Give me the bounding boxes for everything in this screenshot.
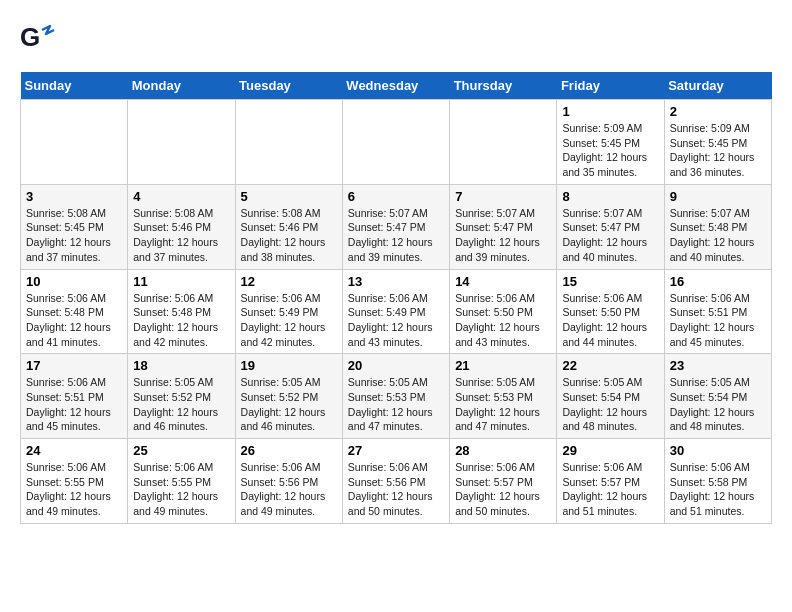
day-number: 20 [348,358,444,373]
day-number: 1 [562,104,658,119]
day-info: Sunrise: 5:06 AM Sunset: 5:48 PM Dayligh… [26,291,122,350]
day-info: Sunrise: 5:07 AM Sunset: 5:47 PM Dayligh… [562,206,658,265]
day-info: Sunrise: 5:06 AM Sunset: 5:57 PM Dayligh… [455,460,551,519]
day-info: Sunrise: 5:05 AM Sunset: 5:54 PM Dayligh… [670,375,766,434]
day-number: 18 [133,358,229,373]
calendar-week-2: 3Sunrise: 5:08 AM Sunset: 5:45 PM Daylig… [21,184,772,269]
calendar-cell: 7Sunrise: 5:07 AM Sunset: 5:47 PM Daylig… [450,184,557,269]
day-number: 17 [26,358,122,373]
day-info: Sunrise: 5:05 AM Sunset: 5:52 PM Dayligh… [133,375,229,434]
column-header-sunday: Sunday [21,72,128,100]
day-number: 14 [455,274,551,289]
day-number: 6 [348,189,444,204]
calendar-cell: 8Sunrise: 5:07 AM Sunset: 5:47 PM Daylig… [557,184,664,269]
calendar-cell: 11Sunrise: 5:06 AM Sunset: 5:48 PM Dayli… [128,269,235,354]
calendar-cell: 12Sunrise: 5:06 AM Sunset: 5:49 PM Dayli… [235,269,342,354]
calendar-cell: 10Sunrise: 5:06 AM Sunset: 5:48 PM Dayli… [21,269,128,354]
day-info: Sunrise: 5:06 AM Sunset: 5:50 PM Dayligh… [562,291,658,350]
day-number: 29 [562,443,658,458]
day-info: Sunrise: 5:05 AM Sunset: 5:53 PM Dayligh… [348,375,444,434]
calendar-cell [128,100,235,185]
calendar-cell: 18Sunrise: 5:05 AM Sunset: 5:52 PM Dayli… [128,354,235,439]
day-number: 12 [241,274,337,289]
calendar-cell: 5Sunrise: 5:08 AM Sunset: 5:46 PM Daylig… [235,184,342,269]
day-number: 15 [562,274,658,289]
calendar-cell: 14Sunrise: 5:06 AM Sunset: 5:50 PM Dayli… [450,269,557,354]
day-number: 13 [348,274,444,289]
day-number: 11 [133,274,229,289]
calendar-table: SundayMondayTuesdayWednesdayThursdayFrid… [20,72,772,524]
day-info: Sunrise: 5:06 AM Sunset: 5:56 PM Dayligh… [348,460,444,519]
column-header-wednesday: Wednesday [342,72,449,100]
calendar-cell: 20Sunrise: 5:05 AM Sunset: 5:53 PM Dayli… [342,354,449,439]
calendar-cell: 19Sunrise: 5:05 AM Sunset: 5:52 PM Dayli… [235,354,342,439]
day-number: 10 [26,274,122,289]
calendar-week-4: 17Sunrise: 5:06 AM Sunset: 5:51 PM Dayli… [21,354,772,439]
day-number: 30 [670,443,766,458]
calendar-header-row: SundayMondayTuesdayWednesdayThursdayFrid… [21,72,772,100]
day-number: 24 [26,443,122,458]
logo-icon: G [20,20,56,56]
day-number: 2 [670,104,766,119]
day-info: Sunrise: 5:06 AM Sunset: 5:51 PM Dayligh… [670,291,766,350]
day-info: Sunrise: 5:06 AM Sunset: 5:55 PM Dayligh… [26,460,122,519]
calendar-cell [450,100,557,185]
day-info: Sunrise: 5:06 AM Sunset: 5:50 PM Dayligh… [455,291,551,350]
day-number: 4 [133,189,229,204]
day-info: Sunrise: 5:05 AM Sunset: 5:52 PM Dayligh… [241,375,337,434]
column-header-thursday: Thursday [450,72,557,100]
calendar-cell: 15Sunrise: 5:06 AM Sunset: 5:50 PM Dayli… [557,269,664,354]
day-number: 19 [241,358,337,373]
calendar-cell: 6Sunrise: 5:07 AM Sunset: 5:47 PM Daylig… [342,184,449,269]
day-info: Sunrise: 5:06 AM Sunset: 5:55 PM Dayligh… [133,460,229,519]
day-number: 5 [241,189,337,204]
calendar-week-5: 24Sunrise: 5:06 AM Sunset: 5:55 PM Dayli… [21,439,772,524]
day-info: Sunrise: 5:07 AM Sunset: 5:48 PM Dayligh… [670,206,766,265]
calendar-cell: 17Sunrise: 5:06 AM Sunset: 5:51 PM Dayli… [21,354,128,439]
day-info: Sunrise: 5:07 AM Sunset: 5:47 PM Dayligh… [348,206,444,265]
day-info: Sunrise: 5:05 AM Sunset: 5:54 PM Dayligh… [562,375,658,434]
calendar-cell: 3Sunrise: 5:08 AM Sunset: 5:45 PM Daylig… [21,184,128,269]
day-info: Sunrise: 5:06 AM Sunset: 5:49 PM Dayligh… [241,291,337,350]
day-number: 16 [670,274,766,289]
day-number: 9 [670,189,766,204]
day-info: Sunrise: 5:08 AM Sunset: 5:46 PM Dayligh… [133,206,229,265]
page-header: G [20,20,772,56]
day-number: 22 [562,358,658,373]
logo: G [20,20,56,56]
calendar-cell: 29Sunrise: 5:06 AM Sunset: 5:57 PM Dayli… [557,439,664,524]
calendar-week-3: 10Sunrise: 5:06 AM Sunset: 5:48 PM Dayli… [21,269,772,354]
calendar-cell: 27Sunrise: 5:06 AM Sunset: 5:56 PM Dayli… [342,439,449,524]
day-number: 7 [455,189,551,204]
day-number: 21 [455,358,551,373]
calendar-cell: 2Sunrise: 5:09 AM Sunset: 5:45 PM Daylig… [664,100,771,185]
calendar-cell: 30Sunrise: 5:06 AM Sunset: 5:58 PM Dayli… [664,439,771,524]
day-info: Sunrise: 5:06 AM Sunset: 5:56 PM Dayligh… [241,460,337,519]
day-number: 3 [26,189,122,204]
calendar-cell: 24Sunrise: 5:06 AM Sunset: 5:55 PM Dayli… [21,439,128,524]
calendar-cell: 28Sunrise: 5:06 AM Sunset: 5:57 PM Dayli… [450,439,557,524]
calendar-cell: 22Sunrise: 5:05 AM Sunset: 5:54 PM Dayli… [557,354,664,439]
day-info: Sunrise: 5:09 AM Sunset: 5:45 PM Dayligh… [562,121,658,180]
day-info: Sunrise: 5:09 AM Sunset: 5:45 PM Dayligh… [670,121,766,180]
day-info: Sunrise: 5:06 AM Sunset: 5:49 PM Dayligh… [348,291,444,350]
calendar-cell [235,100,342,185]
day-number: 25 [133,443,229,458]
day-info: Sunrise: 5:08 AM Sunset: 5:46 PM Dayligh… [241,206,337,265]
day-info: Sunrise: 5:05 AM Sunset: 5:53 PM Dayligh… [455,375,551,434]
calendar-cell: 21Sunrise: 5:05 AM Sunset: 5:53 PM Dayli… [450,354,557,439]
day-number: 27 [348,443,444,458]
day-info: Sunrise: 5:06 AM Sunset: 5:51 PM Dayligh… [26,375,122,434]
column-header-tuesday: Tuesday [235,72,342,100]
day-info: Sunrise: 5:07 AM Sunset: 5:47 PM Dayligh… [455,206,551,265]
day-number: 28 [455,443,551,458]
day-number: 26 [241,443,337,458]
column-header-friday: Friday [557,72,664,100]
calendar-cell: 13Sunrise: 5:06 AM Sunset: 5:49 PM Dayli… [342,269,449,354]
day-info: Sunrise: 5:08 AM Sunset: 5:45 PM Dayligh… [26,206,122,265]
calendar-cell: 9Sunrise: 5:07 AM Sunset: 5:48 PM Daylig… [664,184,771,269]
calendar-cell: 25Sunrise: 5:06 AM Sunset: 5:55 PM Dayli… [128,439,235,524]
calendar-cell: 23Sunrise: 5:05 AM Sunset: 5:54 PM Dayli… [664,354,771,439]
day-info: Sunrise: 5:06 AM Sunset: 5:58 PM Dayligh… [670,460,766,519]
calendar-cell [342,100,449,185]
